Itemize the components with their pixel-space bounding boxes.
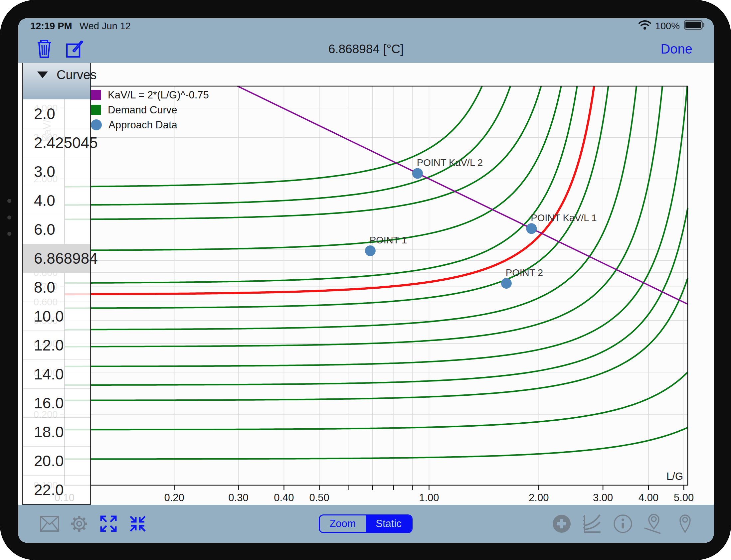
chart-legend: KaV/L = 2*(L/G)^-0.75Demand CurveApproac… xyxy=(91,87,209,132)
legend-swatch xyxy=(91,90,101,100)
curve-list-item[interactable]: 14.0 xyxy=(23,359,90,388)
pin-line-icon[interactable] xyxy=(644,513,664,534)
demand-curve[interactable] xyxy=(64,428,688,459)
x-tick-label: 4.00 xyxy=(639,492,658,503)
approach-data-point[interactable] xyxy=(501,278,512,289)
curves-chart-icon[interactable] xyxy=(583,514,602,533)
screen: 0.200.300.400.501.002.003.004.005.000.10… xyxy=(18,18,714,543)
gear-icon[interactable] xyxy=(70,514,88,533)
x-tick-label: 5.00 xyxy=(674,492,694,503)
point-label: POINT 1 xyxy=(370,235,407,245)
page-title: 6.868984 [°C] xyxy=(18,42,714,56)
bottom-toolbar: Zoom Static xyxy=(18,505,714,543)
pin-icon[interactable] xyxy=(675,513,695,534)
curve-list-item[interactable]: 10.0 xyxy=(23,302,90,331)
x-tick-label: 2.00 xyxy=(529,492,549,503)
legend-row: Demand Curve xyxy=(91,102,209,117)
legend-row: Approach Data xyxy=(91,117,209,132)
battery-percent: 100% xyxy=(655,21,680,32)
date: Wed Jun 12 xyxy=(79,21,131,32)
side-button xyxy=(7,215,11,219)
legend-swatch xyxy=(91,119,102,130)
curve-list-item[interactable]: 6.0 xyxy=(23,215,90,244)
legend-label: KaV/L = 2*(L/G)^-0.75 xyxy=(108,89,209,101)
approach-data-points: POINT KaV/L 2POINT KaV/L 1POINT 1POINT 2 xyxy=(365,157,597,289)
wifi-icon xyxy=(639,20,651,32)
expand-icon[interactable] xyxy=(99,514,118,533)
legend-swatch xyxy=(91,105,101,115)
add-icon[interactable] xyxy=(552,514,571,533)
chevron-down-icon xyxy=(37,71,48,78)
mail-icon[interactable] xyxy=(40,516,59,532)
side-button xyxy=(7,232,11,236)
curve-list-item[interactable]: 2.425045 xyxy=(23,128,90,157)
approach-data-point[interactable] xyxy=(365,245,376,256)
curve-list-item[interactable]: 4.0 xyxy=(23,186,90,215)
segment-zoom[interactable]: Zoom xyxy=(320,515,366,532)
collapse-icon[interactable] xyxy=(128,514,147,533)
point-label: POINT KaV/L 2 xyxy=(417,157,483,168)
plot-frame xyxy=(64,86,688,485)
curve-list-item[interactable]: 22.0 xyxy=(23,475,90,504)
curves-panel: Curves 2.02.4250453.04.06.06.8689848.010… xyxy=(22,50,91,505)
curve-list-item[interactable]: 16.0 xyxy=(23,388,90,417)
curve-list-item[interactable]: 12.0 xyxy=(23,331,90,359)
done-button[interactable]: Done xyxy=(660,42,692,57)
zoom-static-toggle: Zoom Static xyxy=(319,514,413,533)
point-label: POINT 2 xyxy=(506,267,543,278)
legend-label: Approach Data xyxy=(108,119,177,131)
nav-bar: 6.868984 [°C] Done xyxy=(18,34,714,63)
curve-list-item[interactable]: 6.868984 xyxy=(23,244,90,273)
curve-list-item[interactable]: 3.0 xyxy=(23,157,90,186)
curve-list-item[interactable]: 8.0 xyxy=(23,273,90,302)
curves-list: 2.02.4250453.04.06.06.8689848.010.012.01… xyxy=(23,99,90,504)
clock: 12:19 PM xyxy=(30,21,72,32)
legend-label: Demand Curve xyxy=(108,104,177,116)
x-tick-label: 0.30 xyxy=(228,492,248,503)
side-button xyxy=(7,199,11,203)
x-axis-title: L/G xyxy=(666,471,683,482)
x-tick-label: 3.00 xyxy=(593,492,613,503)
point-label: POINT KaV/L 1 xyxy=(531,212,597,223)
segment-static[interactable]: Static xyxy=(366,515,412,532)
curve-list-item[interactable]: 18.0 xyxy=(23,417,90,446)
battery-icon xyxy=(684,20,704,32)
approach-data-point[interactable] xyxy=(526,223,537,234)
x-tick-label: 0.20 xyxy=(164,492,184,503)
curve-list-item[interactable]: 2.0 xyxy=(23,99,90,128)
x-tick-label: 0.50 xyxy=(309,492,329,503)
status-bar: 12:19 PM Wed Jun 12 100% xyxy=(18,18,714,34)
info-icon[interactable] xyxy=(613,514,633,533)
legend-row: KaV/L = 2*(L/G)^-0.75 xyxy=(91,87,209,102)
x-tick-label: 0.40 xyxy=(274,492,294,503)
curves-panel-title: Curves xyxy=(57,68,96,82)
x-tick-label: 1.00 xyxy=(419,492,439,503)
curve-list-item[interactable]: 20.0 xyxy=(23,446,90,475)
approach-data-point[interactable] xyxy=(412,168,423,179)
device-bezel: 0.200.300.400.501.002.003.004.005.000.10… xyxy=(0,0,731,560)
